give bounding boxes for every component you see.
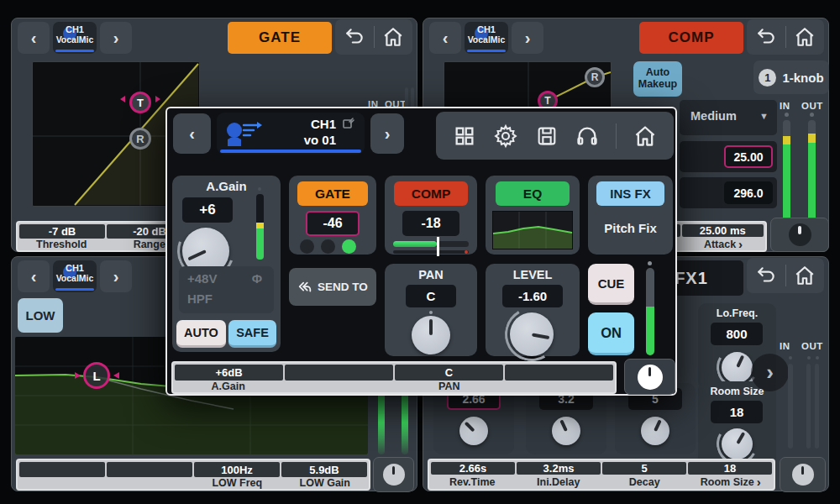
ratio-node[interactable]: R <box>585 67 605 87</box>
gate-threshold-value[interactable]: -46 <box>306 211 360 236</box>
footer-label <box>106 477 194 489</box>
channel-overview-popup: ‹ CH1 vo 01 › A.Gain +6 <box>165 107 677 396</box>
next-channel-button[interactable]: › <box>100 260 132 292</box>
level-knob[interactable] <box>510 312 554 356</box>
again-meter <box>256 194 264 260</box>
eq-band-node[interactable]: L <box>83 362 110 389</box>
footer-value <box>19 462 105 477</box>
undo-icon[interactable] <box>755 26 777 48</box>
decay-knob[interactable] <box>641 417 669 445</box>
phase-button[interactable]: Φ <box>252 271 262 286</box>
hpf-button[interactable]: HPF <box>187 291 213 306</box>
footer-value: 3.2ms <box>517 462 601 475</box>
next-channel-button[interactable]: › <box>512 22 543 54</box>
gate-button[interactable]: GATE <box>297 181 368 206</box>
undo-icon[interactable] <box>344 26 365 48</box>
comp-reduction-meter <box>393 250 469 254</box>
home-icon[interactable] <box>633 124 657 148</box>
footer-label <box>505 381 616 392</box>
prev-channel-button[interactable]: ‹ <box>429 22 461 54</box>
footer-label[interactable]: Attack› <box>681 237 765 251</box>
auto-gain-button[interactable]: AUTO <box>176 320 226 348</box>
home-icon[interactable] <box>382 26 404 48</box>
edit-icon[interactable] <box>343 118 354 129</box>
send-to-button[interactable]: SEND TO <box>289 268 376 306</box>
meter-view-button[interactable] <box>780 457 826 492</box>
undo-icon[interactable] <box>755 265 777 286</box>
rev-time-knob[interactable] <box>459 417 488 445</box>
auto-makeup-button[interactable]: AutoMakeup <box>633 61 682 97</box>
next-channel-button[interactable]: › <box>100 22 132 54</box>
home-icon[interactable] <box>794 265 816 286</box>
meter-view-button[interactable] <box>770 218 829 252</box>
ini-delay-knob[interactable] <box>552 417 580 445</box>
safe-button[interactable]: SAFE <box>228 320 276 348</box>
footer-value: 5.9dB <box>281 462 367 477</box>
comp-button[interactable]: COMP <box>394 181 468 206</box>
gate-led <box>300 239 314 254</box>
roomsize-value[interactable]: 18 <box>711 401 763 423</box>
cue-button[interactable]: CUE <box>588 264 634 305</box>
pan-knob[interactable] <box>412 316 450 354</box>
prev-channel-button[interactable]: ‹ <box>18 22 50 54</box>
range-node[interactable]: R <box>129 128 151 150</box>
channel-select-button[interactable]: CH1 VocalMic <box>53 22 97 54</box>
meter-view-button[interactable] <box>624 359 675 395</box>
grid-view-icon[interactable] <box>453 124 476 148</box>
eq-band-button[interactable]: LOW <box>18 298 63 333</box>
fx-footer-bar: 2.66s 3.2ms 5 18 Rev.Time Ini.Delay Deca… <box>428 459 775 491</box>
out-meter <box>808 120 816 232</box>
footer-value: -7 dB <box>19 224 105 239</box>
home-icon[interactable] <box>794 26 816 48</box>
eq-button[interactable]: EQ <box>496 181 570 206</box>
on-button[interactable]: ON <box>588 312 634 355</box>
level-value[interactable]: -1.60 <box>502 285 563 307</box>
channel-underline <box>55 288 94 291</box>
threshold-node[interactable]: T <box>129 92 151 113</box>
channel-select-button[interactable]: CH1 VocalMic <box>53 260 97 292</box>
comp-type-dropdown[interactable]: Medium ▼ <box>680 100 777 135</box>
lofreq-value[interactable]: 800 <box>711 323 763 345</box>
comp-param1-value[interactable]: 25.00 <box>724 145 773 168</box>
channel-select-button[interactable]: CH1 vo 01 <box>217 113 365 155</box>
settings-gear-icon[interactable] <box>493 123 518 149</box>
eq-mini-graph[interactable] <box>492 211 573 249</box>
comp-threshold-value[interactable]: -18 <box>402 211 459 236</box>
save-icon[interactable] <box>535 124 559 148</box>
comp-title-button[interactable]: COMP <box>639 22 743 54</box>
undo-home-group <box>335 19 412 55</box>
lofreq-knob[interactable] <box>722 352 753 383</box>
one-knob-button[interactable]: 1 1-knob <box>753 60 829 94</box>
channel-name: vo 01 <box>304 133 336 147</box>
param-label: Lo.Freq. <box>698 307 776 319</box>
footer-label <box>284 381 395 392</box>
channel-name: VocalMic <box>53 34 97 45</box>
comp-threshold-marker[interactable] <box>437 237 439 256</box>
prev-channel-button[interactable]: ‹ <box>18 260 50 292</box>
footer-label[interactable]: Room Size› <box>688 475 774 489</box>
insfx-name: Pitch Fix <box>588 221 673 235</box>
again-module: A.Gain +6 +48V Φ HPF AUTO SAFE <box>172 176 281 352</box>
phantom-button[interactable]: +48V <box>187 271 217 286</box>
next-page-chevron-button[interactable]: › <box>751 354 789 391</box>
roomsize-knob[interactable] <box>722 428 753 459</box>
comp-param2-row: 296.0 <box>680 177 777 208</box>
again-value[interactable]: +6 <box>182 197 233 223</box>
comp-param2-value[interactable]: 296.0 <box>724 181 773 204</box>
level-label: LEVEL <box>486 268 580 281</box>
channel-select-button[interactable]: CH1 VocalMic <box>465 22 508 54</box>
next-channel-button[interactable]: › <box>370 113 404 154</box>
in-meter-label: IN <box>780 341 790 351</box>
headphones-icon[interactable] <box>575 124 599 148</box>
comp-module: COMP -18 <box>385 176 477 255</box>
prev-channel-button[interactable]: ‹ <box>173 113 211 154</box>
pan-value[interactable]: C <box>406 285 456 307</box>
meter-view-button[interactable] <box>373 457 414 492</box>
insfx-button[interactable]: INS FX <box>596 181 664 206</box>
gate-title-button[interactable]: GATE <box>228 22 332 54</box>
footer-label: PAN <box>394 381 505 392</box>
meter-peak-dot <box>785 113 789 117</box>
channel-number: CH1 <box>53 24 97 34</box>
input-options-box: +48V Φ HPF <box>179 266 274 313</box>
pan-label: PAN <box>385 268 477 281</box>
